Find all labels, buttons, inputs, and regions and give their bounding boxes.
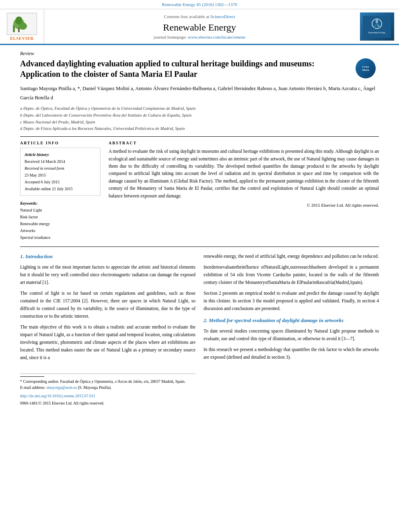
footnote-divider (20, 376, 44, 377)
affiliation-2: c Museo Nacional del Prado, Madrid, Spai… (20, 119, 379, 126)
body-para-3: The main objective of this work is to ob… (20, 323, 195, 362)
keyword-5: Spectral irradiance (20, 234, 101, 241)
crossmark-icon: CrossMark (362, 65, 369, 72)
received-revised-date: 23 May 2015 (25, 172, 96, 179)
article-title: Advanced daylighting evaluation applied … (20, 58, 351, 79)
svg-rect-4 (18, 28, 20, 32)
section1-title: Introduction (25, 253, 53, 259)
section1-heading: 1. Introduction (20, 253, 195, 261)
abstract-header: ABSTRACT (109, 141, 379, 145)
available-date: Available online 21 July 2015 (25, 185, 96, 192)
footnote-area: * Corresponding author. Facultad de Ópti… (20, 374, 195, 390)
email-address: smayorga@ucm.es (46, 385, 77, 390)
elsevier-brand: ELSEVIER (10, 36, 34, 41)
footnote-star-text: * Corresponding author. Facultad de Ópti… (20, 378, 195, 384)
email-label: E-mail address: (20, 385, 45, 390)
homepage-text: journal homepage: (154, 35, 187, 39)
journal-citation: Renewable Energy 85 (2016) 1362—1370 (162, 2, 237, 7)
accepted-date: Accepted 6 July 2015 (25, 179, 96, 185)
received-revised-label: Received in revised form (25, 165, 96, 172)
article-info-box: Article history: Received 14 March 2014 … (20, 148, 101, 196)
keyword-3: Renewable energy (20, 220, 101, 227)
body-content: 1. Introduction Lighting is one of the m… (0, 253, 399, 406)
email-name: (S. Mayorga Pinilla). (78, 385, 111, 390)
elsevier-tree-icon (7, 13, 37, 35)
authors-block: Santiago Mayorga Pinilla a, *, Daniel Vá… (20, 84, 379, 102)
journal-title: Renewable Energy (163, 22, 236, 33)
affiliation-3: d Depto. de Física Aplicada a los Recurs… (20, 125, 379, 132)
svg-point-3 (19, 23, 27, 30)
homepage-url[interactable]: www.elsevier.com/locate/renene (188, 35, 245, 39)
abstract-column: ABSTRACT A method to evaluate the risk o… (109, 141, 379, 241)
issn-line: 0960-1481/© 2015 Elsevier Ltd. All right… (20, 400, 195, 407)
received-date: Received 14 March 2014 (25, 158, 96, 165)
elsevier-logo-area: ELSEVIER (0, 9, 44, 44)
keyword-1: Natural Light (20, 207, 101, 214)
re-logo-inner: Renewable Energy (362, 14, 393, 39)
sciencedirect-link[interactable]: ScienceDirect (210, 14, 235, 19)
body-para-5: Inordertoevaluatetheinfluence ofNaturalL… (204, 263, 379, 286)
affiliation-0: a Depto. de Óptica, Facultad de Óptica y… (20, 105, 379, 112)
contents-line: Contents lists available at ScienceDirec… (164, 14, 235, 19)
body-para-1: Lighting is one of the most important fa… (20, 263, 195, 286)
article-info-column: ARTICLE INFO Article history: Received 1… (20, 141, 101, 241)
body-two-col: 1. Introduction Lighting is one of the m… (20, 253, 379, 406)
section-label: Review (20, 51, 379, 57)
article-info-header: ARTICLE INFO (20, 141, 101, 145)
divider-1 (20, 136, 379, 137)
journal-center-info: Contents lists available at ScienceDirec… (44, 9, 355, 44)
main-content-area: Review Advanced daylighting evaluation a… (0, 51, 399, 247)
keywords-section: Keywords: Natural Light Risk factor Rene… (20, 200, 101, 241)
section2-num: 2. (204, 317, 208, 323)
top-bar: Renewable Energy 85 (2016) 1362—1370 (0, 0, 399, 9)
section1-num: 1. (20, 253, 24, 259)
re-logo-area: Renewable Energy (355, 9, 399, 44)
body-para-8: In this research we present a methodolog… (204, 346, 379, 361)
body-para-6: Section 2 presents an empirical model to… (204, 290, 379, 312)
abstract-text: A method to evaluate the risk of using d… (109, 148, 379, 199)
doi-line[interactable]: http://dx.doi.org/10.1016/j.renene.2015.… (20, 393, 195, 399)
renewable-energy-logo: Renewable Energy (360, 12, 394, 41)
keyword-4: Artworks (20, 227, 101, 234)
section2-heading: 2. Method for spectral evaluation of day… (204, 316, 379, 325)
copyright-line: © 2015 Elsevier Ltd. All rights reserved… (109, 203, 379, 207)
article-history-label: Article history: (25, 151, 96, 158)
keyword-2: Risk factor (20, 214, 101, 220)
email-line: E-mail address: smayorga@ucm.es (S. Mayo… (20, 384, 195, 390)
body-para-7: To date several studies concerning space… (204, 327, 379, 343)
crossmark-badge: CrossMark (356, 58, 379, 82)
keywords-label: Keywords: (20, 200, 101, 207)
body-left-col: 1. Introduction Lighting is one of the m… (20, 253, 195, 406)
body-right-col: renewable energy, the need of artificial… (204, 253, 379, 406)
contents-text: Contents lists available at (164, 14, 209, 19)
svg-text:Renewable Energy: Renewable Energy (368, 31, 386, 34)
body-para-4: renewable energy, the need of artificial… (204, 253, 379, 260)
authors-text: Santiago Mayorga Pinilla a, *, Daniel Vá… (20, 86, 375, 101)
journal-header: ELSEVIER Contents lists available at Sci… (0, 9, 399, 45)
affiliations-block: a Depto. de Óptica, Facultad de Óptica y… (20, 105, 379, 132)
divider-2 (20, 246, 379, 247)
body-para-2: The control of light is so far based on … (20, 290, 195, 320)
section2-title: Method for spectral evaluation of daylig… (209, 317, 343, 323)
affiliation-1: b Depto. del Laboratorio de Conservación… (20, 112, 379, 119)
homepage-line: journal homepage: www.elsevier.com/locat… (154, 35, 245, 39)
article-info-abstract: ARTICLE INFO Article history: Received 1… (20, 141, 379, 241)
